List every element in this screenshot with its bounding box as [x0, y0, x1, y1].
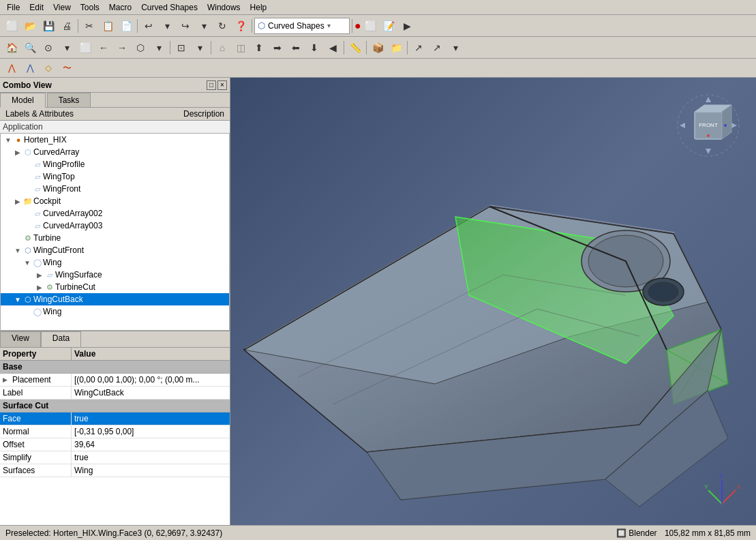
- play-btn[interactable]: ▶: [399, 18, 417, 34]
- tree-icon-wing1: ◯: [32, 257, 43, 268]
- tree-item-wingfront[interactable]: ▱ WingFront: [1, 183, 229, 195]
- curved-tool2[interactable]: ⋀: [21, 60, 39, 76]
- props-row-normal[interactable]: Normal [-0,31 0,95 0,00]: [0, 425, 230, 438]
- new-button[interactable]: ⬜: [3, 18, 20, 34]
- menu-curved-shapes[interactable]: Curved Shapes: [137, 1, 202, 14]
- props-row-placement[interactable]: ▶ Placement [(0,00 0,00 1,00); 0,00 °; (…: [0, 374, 230, 387]
- placement-value: [(0,00 0,00 1,00); 0,00 °; (0,00 m...: [72, 374, 230, 386]
- expand-arrow-placement[interactable]: ▶: [3, 376, 12, 383]
- tree-item-wingprofile[interactable]: ▱ WingProfile: [1, 158, 229, 170]
- view-box[interactable]: ⬜: [76, 40, 94, 56]
- tree-item-turbinecut[interactable]: ▶ ⚙ TurbineCut: [1, 281, 229, 293]
- menu-edit[interactable]: Edit: [25, 1, 48, 14]
- help-button[interactable]: ❓: [232, 18, 250, 34]
- tree-item-wingcutfront[interactable]: ▼ ⬡ WingCutFront: [1, 244, 229, 256]
- menu-tools[interactable]: Tools: [76, 1, 104, 14]
- view-top[interactable]: ⬆: [250, 40, 268, 56]
- redo-arrow[interactable]: ▾: [195, 18, 213, 34]
- props-row-simplify[interactable]: Simplify true: [0, 451, 230, 464]
- view-zoom-fit[interactable]: ⊡: [172, 40, 190, 56]
- tree-icon-curvedarray: ⬡: [22, 147, 33, 158]
- tree-icon-wingprofile: ▱: [32, 159, 43, 170]
- tree-item-wingcutback[interactable]: ▼ ⬡ WingCutBack: [1, 293, 229, 305]
- print-button[interactable]: 🖨: [58, 18, 76, 34]
- menu-windows[interactable]: Windows: [203, 1, 245, 14]
- props-row-surfaces[interactable]: Surfaces Wing: [0, 464, 230, 477]
- copy-button[interactable]: 📋: [99, 18, 117, 34]
- menu-file[interactable]: File: [3, 1, 24, 14]
- view-import[interactable]: ↗: [428, 40, 446, 56]
- tree-item-wingsurface[interactable]: ▶ ▱ WingSurface: [1, 269, 229, 281]
- undo-arrow[interactable]: ▾: [158, 18, 176, 34]
- view-export[interactable]: ↗: [410, 40, 427, 56]
- view-import2[interactable]: ▾: [447, 40, 464, 56]
- menu-view[interactable]: View: [49, 1, 75, 14]
- view-select[interactable]: ⊙: [40, 40, 57, 56]
- props-row-offset[interactable]: Offset 39,64: [0, 438, 230, 451]
- curved-tool1[interactable]: ⋀: [3, 60, 20, 76]
- view-bottom[interactable]: ⬇: [305, 40, 323, 56]
- tree-item-curvedarray[interactable]: ▶ ⬡ CurvedArray: [1, 146, 229, 158]
- paste-button[interactable]: 📄: [117, 18, 135, 34]
- menu-macro[interactable]: Macro: [105, 1, 136, 14]
- tree-arrow-wingcutback: ▼: [13, 296, 22, 303]
- save-button[interactable]: 💾: [40, 18, 57, 34]
- props-row-face[interactable]: Face true: [0, 412, 230, 425]
- view-3d[interactable]: ⬡: [132, 40, 149, 56]
- viewport-3d[interactable]: FRONT X Y Z: [230, 78, 756, 540]
- view-options[interactable]: ▾: [150, 40, 168, 56]
- tree-item-cockpit[interactable]: ▶ 📁 Cockpit: [1, 195, 229, 207]
- tree-icon-wingcutback: ⬡: [22, 294, 33, 305]
- blender-label: Blender: [629, 528, 656, 538]
- tree-icon-wingtop: ▱: [32, 171, 43, 182]
- tree-item-wingtop[interactable]: ▱ WingTop: [1, 170, 229, 183]
- blender-icon: 🔲: [616, 528, 626, 538]
- tree-item-wing2[interactable]: ◯ Wing: [1, 305, 229, 318]
- view-zoom-arrow[interactable]: ▾: [191, 40, 209, 56]
- open-button[interactable]: 📂: [21, 18, 39, 34]
- refresh-button[interactable]: ↻: [213, 18, 231, 34]
- tab-model[interactable]: Model: [0, 93, 46, 108]
- tree-item-curvedarray003[interactable]: ▱ CurvedArray003: [1, 220, 229, 232]
- notepad-btn[interactable]: 📝: [380, 18, 398, 34]
- view-arrow[interactable]: ▾: [58, 40, 76, 56]
- svg-point-7: [707, 134, 710, 137]
- curved-tool3[interactable]: ◇: [40, 60, 57, 76]
- combo-restore-button[interactable]: □: [207, 80, 216, 90]
- view-back[interactable]: ←: [95, 40, 112, 56]
- tree-item-horten-hix[interactable]: ▼ ● Horten_HIX: [1, 134, 229, 146]
- menu-help[interactable]: Help: [246, 1, 271, 14]
- view-front[interactable]: ◫: [232, 40, 250, 56]
- view-forward[interactable]: →: [113, 40, 131, 56]
- tree-label-wing1: Wing: [43, 258, 61, 267]
- view-zoom-in[interactable]: 🔍: [21, 40, 39, 56]
- tree-item-wing1[interactable]: ▼ ◯ Wing: [1, 256, 229, 269]
- tab-tasks[interactable]: Tasks: [47, 93, 91, 107]
- undo-button[interactable]: ↩: [140, 18, 157, 34]
- menu-bar: File Edit View Tools Macro Curved Shapes…: [0, 0, 756, 15]
- redo-button[interactable]: ↪: [177, 18, 194, 34]
- curved-tool4[interactable]: 〜: [58, 60, 76, 76]
- view-back2[interactable]: ◀: [324, 40, 342, 56]
- tab-data[interactable]: Data: [41, 331, 81, 347]
- view-data-tabbar: View Data: [0, 331, 230, 347]
- tree-item-curvedarray002[interactable]: ▱ CurvedArray002: [1, 207, 229, 220]
- view-left[interactable]: ⬅: [287, 40, 305, 56]
- view-right[interactable]: ➡: [269, 40, 286, 56]
- tab-view[interactable]: View: [0, 331, 41, 347]
- tree-item-turbine[interactable]: ⚙ Turbine: [1, 232, 229, 244]
- cut-button[interactable]: ✂: [80, 18, 98, 34]
- normal-value: [-0,31 0,95 0,00]: [72, 425, 230, 438]
- props-row-label[interactable]: Label WingCutBack: [0, 387, 230, 400]
- tree-container[interactable]: ▼ ● Horten_HIX ▶ ⬡ CurvedArray ▱ WingPro…: [0, 133, 230, 331]
- view-folder[interactable]: 📁: [387, 40, 405, 56]
- window-btn[interactable]: ⬜: [362, 18, 380, 34]
- view-home2[interactable]: ⌂: [213, 40, 231, 56]
- tree-arrow-curvedarray: ▶: [13, 149, 22, 156]
- view-home[interactable]: 🏠: [3, 40, 20, 56]
- workbench-dropdown[interactable]: ⬡ Curved Shapes ▾: [254, 18, 350, 34]
- view-pkg[interactable]: 📦: [369, 40, 387, 56]
- view-measure[interactable]: 📏: [346, 40, 364, 56]
- combo-close-button[interactable]: ×: [217, 80, 227, 90]
- nav-cube[interactable]: FRONT: [674, 91, 742, 160]
